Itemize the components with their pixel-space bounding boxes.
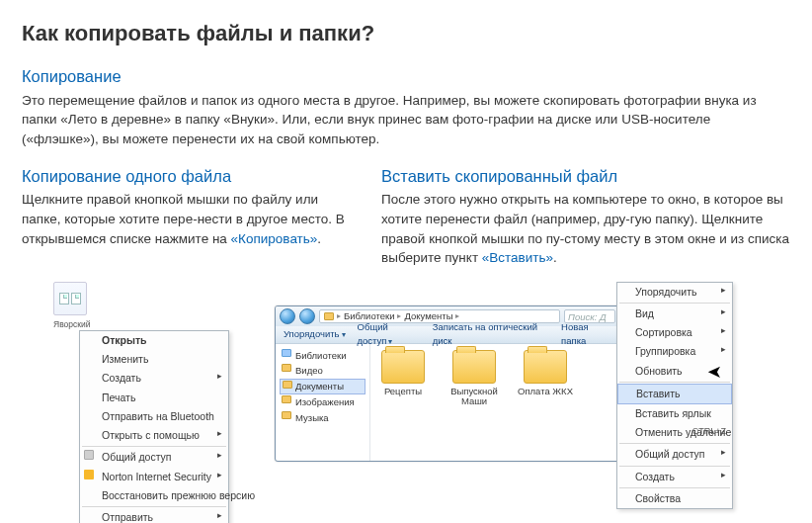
context-menu-paste[interactable]: Упорядочить Вид Сортировка Группировка О… — [616, 282, 733, 509]
section-heading-onefile: Копирование одного файла — [22, 165, 358, 189]
document-icon — [59, 293, 69, 305]
folder-icon — [381, 350, 425, 384]
paste-period: . — [553, 250, 557, 265]
menu2-group-label: Группировка — [635, 345, 695, 357]
folder-label: Рецепты — [374, 387, 432, 396]
menu2-props[interactable]: Свойства — [617, 489, 732, 508]
document-icon — [71, 293, 81, 305]
menu-send-label: Отправить — [102, 511, 153, 523]
section-text-copy: Это перемещение файлов и папок из одного… — [22, 91, 782, 149]
page-title: Как копировать файлы и папки? — [22, 18, 790, 49]
nav-back-button[interactable] — [280, 308, 295, 324]
tree-video-label: Видео — [295, 365, 323, 376]
tool-share[interactable]: Общий доступ — [358, 320, 421, 348]
tree-images-label: Изображения — [295, 396, 355, 407]
section-heading-paste: Вставить скопированный файл — [381, 165, 790, 189]
folder-item[interactable]: Выпускной Маши — [446, 350, 503, 407]
folder-icon — [324, 312, 334, 320]
menu-share[interactable]: Общий доступ — [80, 448, 228, 467]
explorer-content[interactable]: Рецепты Выпускной Маши Оплата ЖКХ — [370, 344, 619, 461]
chevron-right-icon: ▸ — [337, 310, 341, 322]
menu-norton[interactable]: Norton Internet Security — [80, 468, 228, 486]
menu-bluetooth[interactable]: Отправить на Bluetooth — [80, 407, 228, 426]
menu2-share[interactable]: Общий доступ — [617, 445, 732, 464]
cursor-icon: ➤ — [707, 359, 722, 385]
tree-libraries[interactable]: Библиотеки — [280, 348, 365, 364]
paste-text: После этого нужно открыть на компьютере … — [381, 192, 789, 265]
menu-create-label: Создать — [102, 372, 141, 384]
file-icon[interactable] — [53, 282, 87, 315]
file-caption: Яворский — [53, 318, 251, 330]
nav-tree[interactable]: Библиотеки Видео Документы Изображения М… — [276, 344, 370, 461]
menu2-sort-label: Сортировка — [635, 326, 692, 338]
menu2-undo-key: CTRL+Z — [692, 425, 726, 438]
menu-send[interactable]: Отправить — [80, 508, 228, 523]
section-text-paste: После этого нужно открыть на компьютере … — [381, 190, 790, 267]
tree-documents-label: Документы — [295, 381, 344, 392]
tree-music[interactable]: Музыка — [280, 410, 365, 426]
menu-open[interactable]: Открыть — [80, 331, 228, 350]
folder-icon — [282, 411, 291, 419]
menu-separator — [619, 487, 730, 488]
folder-item[interactable]: Оплата ЖКХ — [517, 350, 574, 396]
norton-icon — [84, 470, 94, 479]
menu-create[interactable]: Создать — [80, 369, 228, 388]
menu2-view-label: Вид — [635, 307, 654, 319]
tool-organize[interactable]: Упорядочить — [284, 327, 346, 341]
chevron-down-icon — [386, 335, 392, 346]
folder-icon — [282, 364, 291, 372]
folder-icon — [524, 350, 567, 384]
menu-print[interactable]: Печать — [80, 389, 228, 407]
tree-images[interactable]: Изображения — [280, 394, 365, 410]
tool-newfolder[interactable]: Новая папка — [561, 320, 611, 348]
folder-item[interactable]: Рецепты — [374, 350, 432, 396]
section-heading-copy: Копирование — [22, 65, 790, 89]
onefile-period: . — [317, 231, 321, 246]
libraries-icon — [282, 349, 291, 357]
menu2-share-label: Общий доступ — [635, 448, 705, 460]
context-menu-file[interactable]: Открыть Изменить Создать Печать Отправит… — [79, 330, 229, 523]
menu2-create[interactable]: Создать — [617, 468, 732, 486]
menu-separator — [82, 506, 226, 507]
explorer-toolbar: Упорядочить Общий доступ Записать на опт… — [276, 326, 619, 344]
folder-icon — [282, 395, 291, 403]
menu2-view[interactable]: Вид — [617, 305, 732, 323]
menu-norton-label: Norton Internet Security — [102, 471, 211, 482]
tool-share-label: Общий доступ — [358, 321, 388, 346]
menu2-sort[interactable]: Сортировка — [617, 323, 732, 342]
menu2-paste[interactable]: Вставить — [617, 384, 732, 404]
tool-burn[interactable]: Записать на оптический диск — [433, 320, 549, 348]
tree-music-label: Музыка — [295, 412, 329, 423]
menu2-organize-label: Упорядочить — [635, 286, 696, 298]
tool-organize-label: Упорядочить — [284, 328, 340, 339]
menu2-paste-shortcut[interactable]: Вставить ярлык — [617, 404, 732, 423]
folder-icon — [283, 381, 292, 389]
tree-documents[interactable]: Документы — [280, 379, 365, 394]
menu-separator — [619, 466, 730, 467]
share-icon — [84, 450, 94, 460]
menu-separator — [619, 443, 730, 444]
menu-separator — [82, 446, 226, 447]
folder-icon — [452, 350, 496, 384]
menu2-create-label: Создать — [635, 471, 675, 482]
menu2-undo[interactable]: Отменить удалениеCTRL+Z — [617, 423, 732, 442]
explorer-window[interactable]: ▸ Библиотеки ▸ Документы ▸ Поиск: Д Упор… — [275, 305, 620, 462]
menu-restore[interactable]: Восстановить прежнюю версию — [80, 486, 228, 505]
section-text-onefile: Щелкните правой кнопкой мышки по файлу и… — [22, 190, 358, 248]
tree-video[interactable]: Видео — [280, 363, 365, 379]
menu-separator — [619, 303, 730, 304]
figure-explorer-paste: ▸ Библиотеки ▸ Документы ▸ Поиск: Д Упор… — [275, 282, 790, 460]
chevron-down-icon — [340, 328, 346, 339]
menu-share-label: Общий доступ — [102, 451, 172, 463]
paste-link: «Вставить» — [482, 250, 553, 265]
tree-libraries-label: Библиотеки — [295, 350, 346, 361]
menu-openwith-label: Открыть с помощью — [102, 429, 200, 441]
folder-label: Оплата ЖКХ — [517, 387, 574, 396]
menu-edit[interactable]: Изменить — [80, 350, 228, 369]
folder-label: Выпускной Маши — [446, 387, 503, 407]
onefile-link: «Копировать» — [231, 231, 318, 246]
menu2-organize[interactable]: Упорядочить — [617, 283, 732, 302]
menu-openwith[interactable]: Открыть с помощью — [80, 426, 228, 445]
nav-forward-button[interactable] — [299, 308, 315, 324]
figure-context-copy: Яворский Открыть Изменить Создать Печать… — [53, 282, 251, 523]
